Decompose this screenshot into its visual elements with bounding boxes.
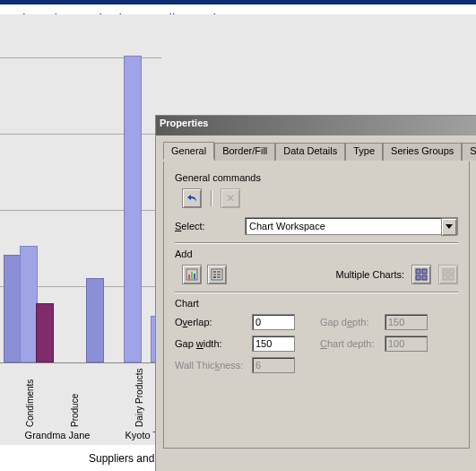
group-label-grandma: Grandma Jane bbox=[13, 430, 102, 440]
multiple-charts-label: Multiple Charts: bbox=[336, 269, 404, 280]
select-dropdown-button[interactable] bbox=[441, 218, 457, 236]
delete-icon: ✕ bbox=[226, 192, 235, 205]
select-input[interactable] bbox=[245, 217, 458, 235]
bar-condiments-s1[interactable] bbox=[4, 255, 22, 362]
tab-type[interactable]: Type bbox=[345, 143, 383, 161]
dialog-titlebar[interactable]: Properties bbox=[156, 116, 476, 135]
gap-width-input[interactable] bbox=[252, 336, 295, 352]
tab-panel-general: General commands ✕ Select: bbox=[163, 161, 470, 449]
chart-depth-input bbox=[385, 336, 428, 352]
tab-general[interactable]: General bbox=[163, 142, 214, 160]
tab-data-details[interactable]: Data Details bbox=[275, 143, 345, 161]
separator bbox=[175, 292, 458, 292]
svg-rect-18 bbox=[449, 275, 454, 280]
x-axis-line bbox=[0, 362, 161, 363]
cascade-icon bbox=[442, 268, 454, 281]
svg-rect-3 bbox=[194, 274, 195, 279]
delete-button: ✕ bbox=[221, 188, 240, 208]
svg-rect-17 bbox=[443, 275, 447, 280]
chart-section-label: Chart bbox=[175, 298, 458, 309]
properties-dialog: Properties General Border/Fill Data Deta… bbox=[155, 115, 476, 471]
dialog-body: General Border/Fill Data Details Type Se… bbox=[156, 135, 476, 454]
gap-width-label: Gap width: bbox=[175, 338, 252, 349]
add-legend-icon bbox=[211, 268, 223, 281]
chart-plot-area: Condiments Produce Dairy Products Grandm… bbox=[0, 57, 161, 407]
xlabel-dairy: Dairy Products bbox=[134, 368, 144, 427]
svg-rect-7 bbox=[213, 276, 216, 278]
svg-rect-13 bbox=[416, 275, 420, 280]
svg-rect-14 bbox=[422, 275, 427, 280]
svg-rect-2 bbox=[191, 272, 193, 279]
tab-series-groups[interactable]: Series Groups bbox=[383, 143, 462, 161]
add-chart-button[interactable] bbox=[182, 265, 202, 284]
bar-condiments-s3[interactable] bbox=[36, 303, 54, 362]
svg-rect-5 bbox=[213, 271, 216, 273]
wall-thickness-label: Wall Thickness: bbox=[175, 360, 252, 371]
xlabel-condiments: Condiments bbox=[25, 379, 35, 427]
svg-rect-16 bbox=[449, 269, 454, 274]
wall-thickness-input bbox=[252, 357, 295, 373]
bar-dairy-s1[interactable] bbox=[124, 56, 142, 362]
bars-container bbox=[0, 57, 161, 362]
multi-chart-tile-button[interactable] bbox=[411, 265, 431, 284]
dialog-title: Properties bbox=[160, 118, 208, 128]
undo-icon bbox=[186, 193, 198, 204]
tab-border-fill[interactable]: Border/Fill bbox=[214, 143, 275, 161]
svg-rect-12 bbox=[422, 269, 427, 274]
general-commands-label: General commands bbox=[175, 172, 458, 183]
multi-chart-cascade-button bbox=[438, 265, 458, 284]
overlap-label: Overlap: bbox=[175, 317, 252, 327]
svg-rect-11 bbox=[416, 269, 420, 274]
toolbar-separator bbox=[211, 190, 212, 206]
select-label: Select: bbox=[175, 221, 238, 231]
svg-rect-15 bbox=[443, 269, 447, 274]
select-combo[interactable] bbox=[245, 217, 458, 235]
xlabel-produce: Produce bbox=[70, 394, 80, 427]
gap-depth-input bbox=[385, 314, 428, 330]
separator bbox=[175, 242, 458, 243]
tab-strip: General Border/Fill Data Details Type Se… bbox=[163, 141, 470, 160]
bar-produce-s1[interactable] bbox=[86, 278, 104, 362]
app-window: ock and on order by supplier and categor… bbox=[0, 0, 476, 471]
svg-rect-1 bbox=[188, 275, 190, 279]
chart-depth-label: Chart depth: bbox=[320, 338, 385, 349]
bar-condiments-s2[interactable] bbox=[20, 246, 38, 362]
overlap-input[interactable] bbox=[252, 314, 295, 330]
undo-button[interactable] bbox=[182, 188, 202, 208]
add-legend-button[interactable] bbox=[207, 265, 227, 284]
tile-icon bbox=[415, 268, 428, 281]
gap-depth-label: Gap depth: bbox=[320, 317, 385, 327]
add-section-label: Add bbox=[175, 249, 458, 259]
svg-rect-6 bbox=[213, 274, 216, 275]
add-chart-icon bbox=[186, 268, 198, 281]
tab-show-hide[interactable]: Show/Hid bbox=[462, 143, 476, 161]
chevron-down-icon bbox=[446, 224, 453, 230]
